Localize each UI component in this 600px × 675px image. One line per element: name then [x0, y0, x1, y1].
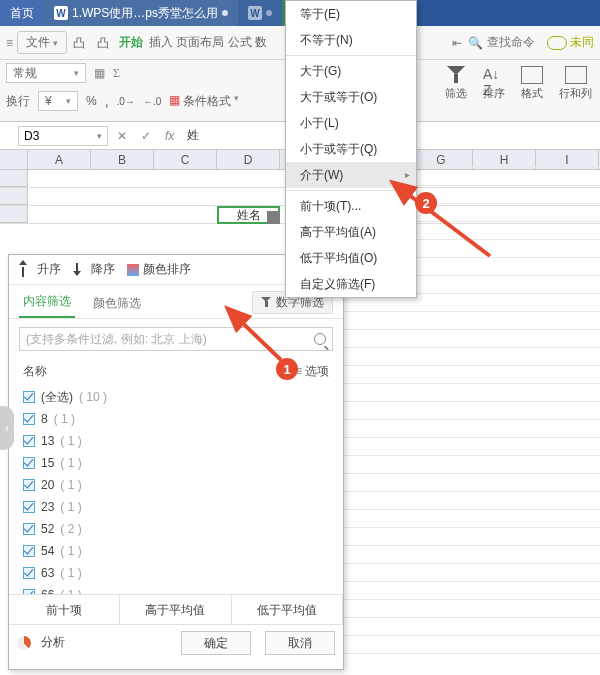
list-item[interactable]: 54( 1 ) — [23, 540, 329, 562]
active-cell[interactable]: 姓名 — [217, 206, 280, 224]
list-item[interactable]: 52( 2 ) — [23, 518, 329, 540]
tab-content-filter[interactable]: 内容筛选 — [19, 293, 75, 318]
col-header[interactable]: B — [91, 150, 154, 169]
tab-doc-1[interactable]: W1.WPS使用…ps秀堂怎么用 — [44, 0, 238, 26]
checkbox-icon[interactable] — [23, 501, 35, 513]
sort-desc-icon — [73, 263, 87, 277]
checkbox-icon[interactable] — [23, 589, 35, 594]
list-item[interactable]: 66( 1 ) — [23, 584, 329, 594]
tab-home[interactable]: 首页 — [0, 0, 44, 26]
cloud-icon — [547, 36, 567, 50]
filter-group[interactable]: 筛选 — [441, 64, 471, 103]
checkbox-icon[interactable] — [23, 413, 35, 425]
mi-gte[interactable]: 大于或等于(O) — [286, 84, 416, 110]
mi-gt[interactable]: 大于(G) — [286, 58, 416, 84]
checkbox-icon[interactable] — [23, 391, 35, 403]
format-icon — [521, 66, 543, 84]
collapse-icon[interactable]: ⇤ — [452, 36, 462, 50]
list-item[interactable]: 8( 1 ) — [23, 408, 329, 430]
quick-above-avg[interactable]: 高于平均值 — [120, 595, 231, 624]
mi-below-avg[interactable]: 低于平均值(O) — [286, 245, 416, 271]
dec-inc-button[interactable]: .0→ — [117, 96, 135, 107]
col-header[interactable]: D — [217, 150, 280, 169]
row-header[interactable] — [0, 188, 28, 205]
mi-equals[interactable]: 等于(E) — [286, 1, 416, 27]
comma-button[interactable]: , — [105, 93, 109, 109]
format-group[interactable]: 格式 — [517, 64, 547, 103]
wrap-text-label[interactable]: 换行 — [6, 93, 30, 110]
quick-top10[interactable]: 前十项 — [9, 595, 120, 624]
col-header[interactable]: C — [154, 150, 217, 169]
analysis-link[interactable]: 分析 — [41, 634, 65, 651]
save-icon[interactable]: 凸 — [73, 35, 89, 51]
list-item[interactable]: 23( 1 ) — [23, 496, 329, 518]
filter-search[interactable]: (支持多条件过滤, 例如: 北京 上海) — [19, 327, 333, 351]
tab-color-filter[interactable]: 颜色筛选 — [89, 295, 145, 318]
dot-icon — [266, 10, 272, 16]
checkbox-icon[interactable] — [23, 479, 35, 491]
fx-icon[interactable]: fx — [160, 128, 179, 144]
sort-asc[interactable]: 升序 — [19, 261, 61, 278]
checkbox-icon[interactable] — [23, 567, 35, 579]
list-item[interactable]: 13( 1 ) — [23, 430, 329, 452]
accept-formula[interactable]: ✓ — [136, 128, 156, 144]
pie-icon — [17, 636, 31, 650]
tab-home-label: 首页 — [10, 5, 34, 22]
row-header[interactable] — [0, 206, 28, 223]
mi-lt[interactable]: 小于(L) — [286, 110, 416, 136]
sort-desc[interactable]: 降序 — [73, 261, 115, 278]
color-sort[interactable]: 颜色排序 — [127, 261, 191, 278]
col-header[interactable]: A — [28, 150, 91, 169]
options-link[interactable]: ≡选项 — [295, 363, 329, 380]
mi-lte[interactable]: 小于或等于(Q) — [286, 136, 416, 162]
checkbox-icon[interactable] — [23, 523, 35, 535]
sync-status[interactable]: 未同 — [547, 34, 594, 51]
tab-doc-2[interactable]: W — [238, 0, 282, 26]
print-icon[interactable]: 凸 — [97, 35, 113, 51]
filter-values-list[interactable]: (全选)( 10 ) 8( 1 ) 13( 1 ) 15( 1 ) 20( 1 … — [9, 384, 343, 594]
funnel-icon — [445, 66, 467, 84]
dec-dec-button[interactable]: ←.0 — [143, 96, 161, 107]
sort-group[interactable]: A↓Z排序 — [479, 64, 509, 103]
cancel-button[interactable]: 取消 — [265, 631, 335, 655]
file-label: 文件 — [26, 34, 50, 51]
checkbox-icon[interactable] — [23, 435, 35, 447]
quick-filters: 前十项 高于平均值 低于平均值 — [9, 594, 343, 624]
quick-below-avg[interactable]: 低于平均值 — [232, 595, 343, 624]
menu-icon[interactable]: ≡ — [6, 36, 11, 50]
currency-combo[interactable]: ¥▾ — [38, 91, 78, 111]
chevron-down-icon: ▾ — [53, 38, 58, 48]
checkbox-icon[interactable] — [23, 457, 35, 469]
ribbon-rest[interactable]: 插入 页面布局 公式 数 — [149, 34, 267, 51]
cancel-formula[interactable]: ✕ — [112, 128, 132, 144]
mi-not-equals[interactable]: 不等于(N) — [286, 27, 416, 53]
checkbox-icon[interactable] — [23, 545, 35, 557]
dot-icon — [222, 10, 228, 16]
search-commands[interactable]: 🔍 查找命令 — [468, 34, 535, 51]
select-all-corner[interactable] — [0, 150, 28, 169]
mi-above-avg[interactable]: 高于平均值(A) — [286, 219, 416, 245]
side-grip[interactable]: ‹ — [0, 406, 14, 450]
name-box[interactable]: D3▾ — [18, 126, 108, 146]
ok-button[interactable]: 确定 — [181, 631, 251, 655]
cond-format[interactable]: ▦条件格式▾ — [169, 93, 239, 110]
percent-button[interactable]: % — [86, 94, 97, 108]
word-icon: W — [248, 6, 262, 20]
list-item[interactable]: 15( 1 ) — [23, 452, 329, 474]
file-menu[interactable]: 文件▾ — [17, 31, 67, 54]
mi-top10[interactable]: 前十项(T)... — [286, 193, 416, 219]
rowscols-group[interactable]: 行和列 — [555, 64, 596, 103]
quick-access: 凸 凸 — [73, 35, 113, 51]
list-item[interactable]: 20( 1 ) — [23, 474, 329, 496]
mi-custom[interactable]: 自定义筛选(F) — [286, 271, 416, 297]
filter-search-placeholder: (支持多条件过滤, 例如: 北京 上海) — [26, 331, 207, 348]
list-item[interactable]: 63( 1 ) — [23, 562, 329, 584]
ribbon-start[interactable]: 开始 — [119, 34, 143, 51]
row-header[interactable] — [0, 170, 28, 187]
mi-between[interactable]: 介于(W) — [286, 162, 416, 188]
number-format-combo[interactable]: 常规▾ — [6, 63, 86, 83]
table-icon[interactable]: ▦ — [94, 66, 105, 80]
menu-separator — [286, 190, 416, 191]
list-item[interactable]: (全选)( 10 ) — [23, 386, 329, 408]
sigma-icon[interactable]: Σ — [113, 66, 120, 81]
